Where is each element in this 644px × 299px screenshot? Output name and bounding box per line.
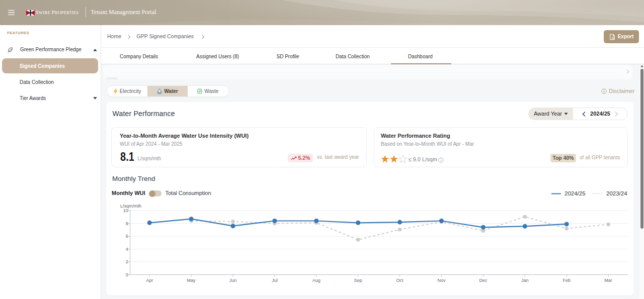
svg-text:May: May (187, 278, 196, 283)
svg-text:Feb: Feb (562, 278, 571, 283)
svg-text:Nov: Nov (437, 278, 446, 283)
svg-text:Jul: Jul (272, 278, 278, 283)
svg-text:Dec: Dec (479, 278, 488, 283)
svg-text:Oct: Oct (396, 278, 404, 283)
svg-text:Apr: Apr (146, 278, 153, 283)
svg-text:Jun: Jun (229, 278, 237, 283)
svg-text:Mar: Mar (604, 278, 612, 283)
svg-text:Aug: Aug (312, 278, 320, 283)
svg-text:10: 10 (123, 208, 128, 213)
svg-text:Sep: Sep (354, 278, 362, 283)
svg-text:Jan: Jan (521, 278, 529, 283)
